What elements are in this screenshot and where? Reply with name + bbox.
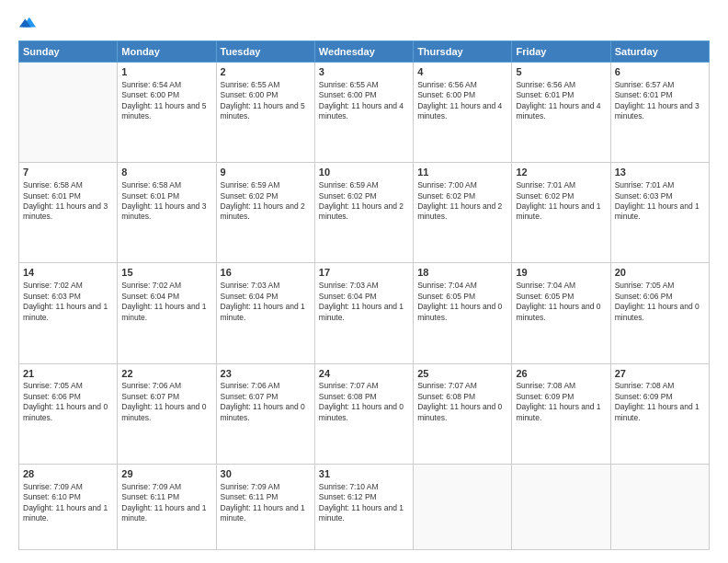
day-info: Sunrise: 7:07 AMSunset: 6:08 PMDaylight:… [417,381,507,423]
day-info: Sunrise: 7:02 AMSunset: 6:03 PMDaylight:… [23,281,113,323]
day-number: 4 [417,65,507,79]
weekday-header: Friday [512,41,610,63]
day-number: 13 [615,166,705,179]
calendar-cell: 18Sunrise: 7:04 AMSunset: 6:05 PMDayligh… [414,263,512,363]
calendar-table: SundayMondayTuesdayWednesdayThursdayFrid… [18,40,710,550]
day-number: 9 [221,166,311,179]
calendar-cell: 1Sunrise: 6:54 AMSunset: 6:00 PMDaylight… [118,63,216,163]
weekday-header: Wednesday [314,41,413,63]
day-info: Sunrise: 7:04 AMSunset: 6:05 PMDaylight:… [417,281,507,323]
day-info: Sunrise: 6:55 AMSunset: 6:00 PMDaylight:… [221,80,311,122]
day-info: Sunrise: 7:03 AMSunset: 6:04 PMDaylight:… [319,281,409,323]
calendar-cell: 20Sunrise: 7:05 AMSunset: 6:06 PMDayligh… [610,263,709,363]
day-info: Sunrise: 7:05 AMSunset: 6:06 PMDaylight:… [23,381,113,423]
day-number: 12 [516,166,606,179]
calendar-cell [19,63,118,163]
day-info: Sunrise: 7:00 AMSunset: 6:02 PMDaylight:… [417,180,507,223]
weekday-header: Thursday [414,41,512,63]
logo-icon [19,15,36,31]
day-info: Sunrise: 6:58 AMSunset: 6:01 PMDaylight:… [23,180,113,223]
calendar-cell: 21Sunrise: 7:05 AMSunset: 6:06 PMDayligh… [19,363,118,464]
day-number: 3 [319,65,409,79]
calendar-cell: 5Sunrise: 6:56 AMSunset: 6:01 PMDaylight… [512,63,610,163]
day-info: Sunrise: 7:05 AMSunset: 6:06 PMDaylight:… [615,281,705,323]
calendar-cell: 10Sunrise: 6:59 AMSunset: 6:02 PMDayligh… [314,163,413,263]
calendar-cell: 25Sunrise: 7:07 AMSunset: 6:08 PMDayligh… [414,363,512,464]
calendar-cell: 8Sunrise: 6:58 AMSunset: 6:01 PMDaylight… [118,163,216,263]
day-info: Sunrise: 7:02 AMSunset: 6:04 PMDaylight:… [121,281,211,323]
day-number: 29 [121,467,211,481]
day-number: 19 [516,266,606,280]
day-info: Sunrise: 7:09 AMSunset: 6:10 PMDaylight:… [23,482,113,524]
calendar-cell [610,464,709,549]
day-number: 16 [221,266,311,280]
day-number: 18 [417,266,507,280]
day-info: Sunrise: 6:56 AMSunset: 6:00 PMDaylight:… [417,80,507,122]
calendar-cell: 31Sunrise: 7:10 AMSunset: 6:12 PMDayligh… [314,464,413,549]
page: SundayMondayTuesdayWednesdayThursdayFrid… [0,0,728,563]
day-info: Sunrise: 6:54 AMSunset: 6:00 PMDaylight:… [121,80,211,122]
calendar-cell: 29Sunrise: 7:09 AMSunset: 6:11 PMDayligh… [118,464,216,549]
day-info: Sunrise: 7:06 AMSunset: 6:07 PMDaylight:… [221,381,311,423]
day-number: 8 [121,166,211,179]
day-info: Sunrise: 7:09 AMSunset: 6:11 PMDaylight:… [221,482,311,524]
day-number: 31 [319,467,409,481]
day-info: Sunrise: 7:07 AMSunset: 6:08 PMDaylight:… [319,381,409,423]
calendar-cell: 26Sunrise: 7:08 AMSunset: 6:09 PMDayligh… [512,363,610,464]
day-number: 15 [121,266,211,280]
day-number: 22 [121,367,211,381]
day-number: 14 [23,266,113,280]
day-info: Sunrise: 7:03 AMSunset: 6:04 PMDaylight:… [221,281,311,323]
day-number: 23 [221,367,311,381]
day-number: 30 [221,467,311,481]
day-number: 11 [417,166,507,179]
day-number: 10 [319,166,409,179]
calendar-cell: 24Sunrise: 7:07 AMSunset: 6:08 PMDayligh… [314,363,413,464]
day-info: Sunrise: 7:09 AMSunset: 6:11 PMDaylight:… [121,482,211,524]
day-info: Sunrise: 6:59 AMSunset: 6:02 PMDaylight:… [221,180,311,223]
weekday-header: Monday [118,41,216,63]
calendar-cell: 14Sunrise: 7:02 AMSunset: 6:03 PMDayligh… [19,263,118,363]
calendar-cell: 15Sunrise: 7:02 AMSunset: 6:04 PMDayligh… [118,263,216,363]
day-info: Sunrise: 6:58 AMSunset: 6:01 PMDaylight:… [121,180,211,223]
day-number: 5 [516,65,606,79]
calendar-cell: 3Sunrise: 6:55 AMSunset: 6:00 PMDaylight… [314,63,413,163]
day-info: Sunrise: 7:08 AMSunset: 6:09 PMDaylight:… [615,381,705,423]
calendar-cell: 23Sunrise: 7:06 AMSunset: 6:07 PMDayligh… [216,363,314,464]
day-number: 27 [615,367,705,381]
calendar-cell: 30Sunrise: 7:09 AMSunset: 6:11 PMDayligh… [216,464,314,549]
day-number: 21 [23,367,113,381]
day-number: 1 [121,65,211,79]
calendar-cell: 27Sunrise: 7:08 AMSunset: 6:09 PMDayligh… [610,363,709,464]
day-number: 28 [23,467,113,481]
day-number: 7 [23,166,113,179]
day-number: 17 [319,266,409,280]
weekday-header: Sunday [19,41,118,63]
day-info: Sunrise: 6:55 AMSunset: 6:00 PMDaylight:… [319,80,409,122]
day-info: Sunrise: 7:10 AMSunset: 6:12 PMDaylight:… [319,482,409,524]
day-info: Sunrise: 6:59 AMSunset: 6:02 PMDaylight:… [319,180,409,223]
day-number: 24 [319,367,409,381]
calendar-cell: 19Sunrise: 7:04 AMSunset: 6:05 PMDayligh… [512,263,610,363]
calendar-cell: 9Sunrise: 6:59 AMSunset: 6:02 PMDaylight… [216,163,314,263]
calendar-cell: 16Sunrise: 7:03 AMSunset: 6:04 PMDayligh… [216,263,314,363]
day-info: Sunrise: 7:04 AMSunset: 6:05 PMDaylight:… [516,281,606,323]
calendar-cell: 28Sunrise: 7:09 AMSunset: 6:10 PMDayligh… [19,464,118,549]
calendar-cell [512,464,610,549]
day-number: 2 [221,65,311,79]
day-info: Sunrise: 7:01 AMSunset: 6:03 PMDaylight:… [615,180,705,223]
day-info: Sunrise: 7:08 AMSunset: 6:09 PMDaylight:… [516,381,606,423]
calendar-cell: 17Sunrise: 7:03 AMSunset: 6:04 PMDayligh… [314,263,413,363]
calendar-cell: 22Sunrise: 7:06 AMSunset: 6:07 PMDayligh… [118,363,216,464]
weekday-header: Tuesday [216,41,314,63]
header [18,17,710,31]
day-info: Sunrise: 7:01 AMSunset: 6:02 PMDaylight:… [516,180,606,223]
day-number: 6 [615,65,705,79]
calendar-cell: 12Sunrise: 7:01 AMSunset: 6:02 PMDayligh… [512,163,610,263]
weekday-header: Saturday [610,41,709,63]
day-info: Sunrise: 6:56 AMSunset: 6:01 PMDaylight:… [516,80,606,122]
calendar-cell: 2Sunrise: 6:55 AMSunset: 6:00 PMDaylight… [216,63,314,163]
calendar-cell [414,464,512,549]
day-info: Sunrise: 6:57 AMSunset: 6:01 PMDaylight:… [615,80,705,122]
calendar-cell: 11Sunrise: 7:00 AMSunset: 6:02 PMDayligh… [414,163,512,263]
